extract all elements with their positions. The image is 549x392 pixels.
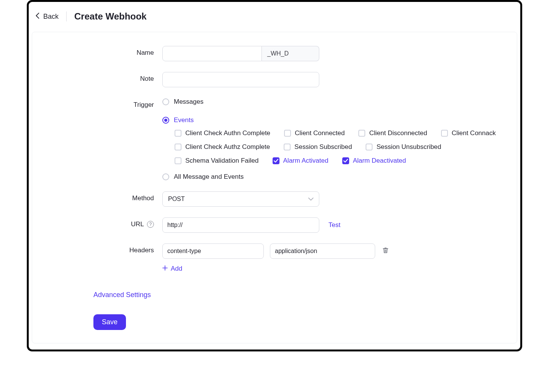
trigger-radio-all[interactable]: All Message and Events (162, 173, 502, 181)
event-label: Alarm Activated (283, 157, 328, 165)
plus-icon (162, 265, 168, 273)
event-checkbox[interactable]: Client Connected (284, 129, 345, 137)
save-button[interactable]: Save (93, 314, 126, 330)
event-checkbox[interactable]: Session Unsubscribed (366, 143, 441, 151)
url-label-wrap: URL ? (47, 217, 162, 228)
checkbox-icon (358, 130, 365, 137)
back-label: Back (43, 13, 59, 21)
checkbox-icon (342, 157, 349, 164)
event-checkbox[interactable]: Client Check Authn Complete (175, 129, 270, 137)
checkbox-icon (284, 130, 291, 137)
trash-icon (382, 247, 389, 255)
test-button[interactable]: Test (328, 221, 340, 229)
checkbox-icon (366, 144, 373, 150)
event-label: Alarm Deactivated (353, 157, 406, 165)
chevron-left-icon (36, 13, 39, 21)
radio-icon (162, 117, 169, 124)
event-checkbox[interactable]: Client Connack (441, 129, 496, 137)
header-value-input[interactable] (270, 243, 375, 259)
checkbox-icon (175, 130, 181, 137)
event-checkbox[interactable]: Alarm Activated (273, 157, 328, 165)
header-key-input[interactable] (162, 243, 264, 259)
note-input[interactable] (162, 72, 319, 87)
checkbox-icon (273, 157, 279, 164)
add-label: Add (171, 265, 182, 273)
radio-label-all: All Message and Events (174, 173, 243, 181)
back-button[interactable]: Back (36, 13, 59, 21)
name-input[interactable] (162, 46, 262, 61)
event-label: Client Connected (295, 129, 345, 137)
help-icon[interactable]: ? (147, 221, 154, 228)
event-label: Client Check Authn Complete (185, 129, 270, 137)
event-checkbox[interactable]: Client Check Authz Complete (175, 143, 270, 151)
page-title: Create Webhook (74, 11, 147, 22)
event-label: Schema Validation Failed (185, 157, 259, 165)
headers-label: Headers (47, 243, 162, 254)
trigger-radio-events[interactable]: Events (162, 116, 502, 124)
radio-label-events: Events (174, 116, 194, 124)
radio-label-messages: Messages (174, 98, 203, 106)
chevron-down-icon (308, 196, 314, 203)
divider (66, 11, 67, 21)
event-checkbox[interactable]: Schema Validation Failed (175, 157, 259, 165)
method-value: POST (168, 196, 185, 203)
delete-header-button[interactable] (381, 247, 390, 255)
add-header-button[interactable]: Add (162, 265, 182, 273)
form-card: Name _WH_D Note Trigger (32, 32, 517, 343)
url-input[interactable] (162, 217, 319, 233)
radio-icon (162, 98, 169, 105)
trigger-radio-messages[interactable]: Messages (162, 98, 502, 106)
checkbox-icon (441, 130, 448, 137)
trigger-label: Trigger (47, 98, 162, 109)
url-label: URL (131, 220, 144, 228)
radio-icon (162, 173, 169, 180)
note-label: Note (47, 72, 162, 83)
checkbox-icon (284, 144, 291, 150)
event-checkbox[interactable]: Session Subscribed (284, 143, 352, 151)
checkbox-icon (175, 144, 181, 150)
event-checkbox[interactable]: Client Disconnected (358, 129, 427, 137)
checkbox-icon (175, 157, 181, 164)
advanced-settings-link[interactable]: Advanced Settings (93, 291, 151, 299)
method-label: Method (47, 191, 162, 202)
name-suffix: _WH_D (262, 46, 319, 61)
event-checkbox[interactable]: Alarm Deactivated (342, 157, 406, 165)
event-label: Client Disconnected (369, 129, 427, 137)
event-label: Client Check Authz Complete (185, 143, 270, 151)
event-label: Session Unsubscribed (376, 143, 441, 151)
event-label: Session Subscribed (294, 143, 352, 151)
method-select[interactable]: POST (162, 191, 319, 207)
name-label: Name (47, 46, 162, 57)
event-label: Client Connack (452, 129, 496, 137)
